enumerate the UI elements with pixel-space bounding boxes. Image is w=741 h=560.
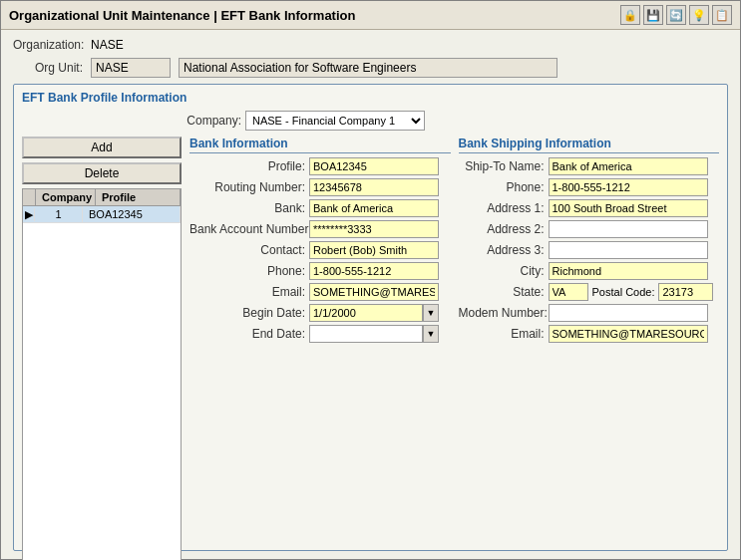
email-label: Email: [189,285,309,299]
left-panel: Add Delete Company Profile ▶ 1 BOA12345 [22,137,182,560]
lock-icon[interactable]: 🔒 [620,5,640,25]
profile-row: Profile: [189,157,451,175]
company-label: Company: [182,114,241,128]
begin-date-input[interactable] [309,304,423,322]
toolbar: 🔒 💾 🔄 💡 📋 [620,5,732,25]
refresh-icon[interactable]: 🔄 [666,5,686,25]
contact-row: Contact: [189,241,451,259]
shipping-title: Bank Shipping Information [459,137,720,153]
unit-code-input[interactable] [91,58,171,78]
ship-phone-label: Phone: [459,180,549,194]
row-profile: BOA12345 [83,206,181,222]
unit-name-input[interactable] [179,58,557,78]
begin-date-row: Begin Date: ▼ [189,304,451,322]
bank-info-title: Bank Information [189,137,451,153]
org-label: Organization: [13,38,83,52]
addr1-row: Address 1: [459,199,720,217]
ship-phone-input[interactable] [549,178,708,196]
unit-row: Org Unit: [13,58,728,78]
org-value: NASE [91,38,124,52]
addr3-input[interactable] [549,241,708,259]
ship-to-input[interactable] [549,157,708,175]
begin-date-label: Begin Date: [189,306,309,320]
profile-label: Profile: [189,159,309,173]
postal-label: Postal Code: [592,286,655,298]
contact-label: Contact: [189,243,309,257]
contact-input[interactable] [309,241,439,259]
col-profile: Profile [96,189,181,205]
col-company: Company [36,189,96,205]
end-date-label: End Date: [189,327,309,341]
main-panel: Bank Information Profile: Routing Number… [189,137,719,560]
eft-section-title: EFT Bank Profile Information [22,91,719,105]
profile-table: Company Profile ▶ 1 BOA12345 [22,188,182,560]
ship-to-label: Ship-To Name: [459,159,549,173]
eft-section: EFT Bank Profile Information Company: NA… [13,84,728,551]
profile-input[interactable] [309,157,439,175]
email-input[interactable] [309,283,439,301]
city-label: City: [459,264,549,278]
end-date-row: End Date: ▼ [189,325,451,343]
company-row: Company: NASE - Financial Company 1 [22,111,719,131]
routing-input[interactable] [309,178,439,196]
state-label: State: [459,285,549,299]
addr2-label: Address 2: [459,222,549,236]
bank-info-section: Bank Information Profile: Routing Number… [189,137,451,560]
phone-label: Phone: [189,264,309,278]
ship-phone-row: Phone: [459,178,720,196]
addr2-input[interactable] [549,220,708,238]
report-icon[interactable]: 📋 [712,5,732,25]
bank-label: Bank: [189,201,309,215]
bank-shipping-section: Bank Shipping Information Ship-To Name: … [459,137,720,560]
ship-email-row: Email: [459,325,720,343]
end-date-wrapper: ▼ [309,325,439,343]
end-date-input[interactable] [309,325,423,343]
addr1-input[interactable] [549,199,708,217]
state-input[interactable] [549,283,588,301]
table-row[interactable]: ▶ 1 BOA12345 [23,206,181,223]
ship-email-label: Email: [459,327,549,341]
postal-input[interactable] [658,283,713,301]
account-input[interactable] [309,220,439,238]
begin-date-wrapper: ▼ [309,304,439,322]
modem-label: Modem Number: [459,306,549,320]
bank-row: Bank: [189,199,451,217]
bank-input[interactable] [309,199,439,217]
addr3-row: Address 3: [459,241,720,259]
account-label: Bank Account Number: [189,222,309,236]
main-window: Organizational Unit Maintenance | EFT Ba… [0,0,741,560]
unit-label: Org Unit: [13,61,83,75]
routing-row: Routing Number: [189,178,451,196]
routing-label: Routing Number: [189,180,309,194]
phone-row: Phone: [189,262,451,280]
company-select[interactable]: NASE - Financial Company 1 [245,111,425,131]
state-postal-wrapper: Postal Code: [549,283,714,301]
org-row: Organization: NASE [13,38,728,52]
content-area: Organization: NASE Org Unit: EFT Bank Pr… [1,30,740,559]
city-row: City: [459,262,720,280]
row-arrow: ▶ [23,208,35,221]
account-row: Bank Account Number: [189,220,451,238]
page-title: Organizational Unit Maintenance | EFT Ba… [9,8,355,23]
city-input[interactable] [549,262,708,280]
begin-date-dropdown[interactable]: ▼ [423,304,439,322]
table-header: Company Profile [23,189,181,206]
ship-email-input[interactable] [549,325,708,343]
section-inner: Add Delete Company Profile ▶ 1 BOA12345 [22,137,719,560]
row-company: 1 [35,206,83,222]
ship-to-row: Ship-To Name: [459,157,720,175]
state-row: State: Postal Code: [459,283,720,301]
end-date-dropdown[interactable]: ▼ [423,325,439,343]
save-icon[interactable]: 💾 [643,5,663,25]
email-row: Email: [189,283,451,301]
add-button[interactable]: Add [22,137,182,158]
modem-input[interactable] [549,304,708,322]
addr1-label: Address 1: [459,201,549,215]
bulb-icon[interactable]: 💡 [689,5,709,25]
addr3-label: Address 3: [459,243,549,257]
title-bar: Organizational Unit Maintenance | EFT Ba… [1,1,740,30]
phone-input[interactable] [309,262,439,280]
modem-row: Modem Number: [459,304,720,322]
addr2-row: Address 2: [459,220,720,238]
delete-button[interactable]: Delete [22,162,182,184]
